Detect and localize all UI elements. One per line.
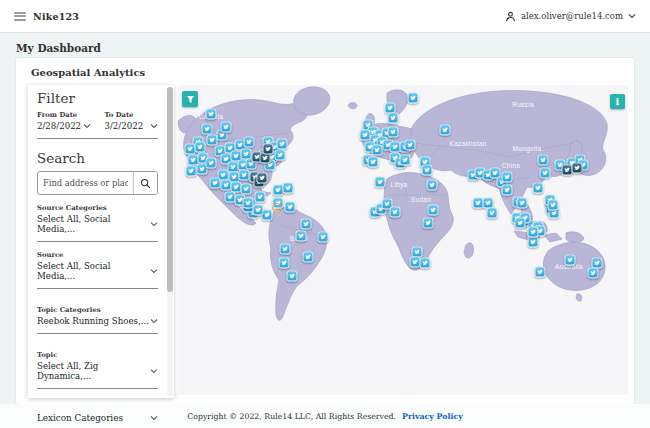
twitter-bird-icon — [537, 269, 544, 276]
source-categories-select[interactable]: Select All, Social Media,... — [37, 214, 158, 234]
tweet-cluster-marker[interactable] — [372, 145, 383, 156]
hamburger-menu-icon[interactable] — [14, 12, 26, 21]
topic-select[interactable]: Select All, Zig Dynamica,... — [37, 361, 158, 381]
search-button[interactable] — [133, 172, 157, 194]
tweet-cluster-marker[interactable] — [195, 142, 206, 153]
lexicon-categories-toggle[interactable]: Lexicon Categories — [37, 413, 158, 423]
tweet-cluster-marker[interactable] — [572, 163, 583, 174]
twitter-bird-icon — [245, 200, 252, 207]
tweet-cluster-marker[interactable] — [283, 183, 294, 194]
twitter-bird-icon — [504, 187, 511, 194]
map-info-button[interactable]: i — [610, 94, 625, 109]
brand-title[interactable]: Nike123 — [33, 11, 79, 22]
tweet-cluster-marker[interactable] — [390, 207, 401, 218]
tweet-cluster-marker[interactable] — [318, 232, 329, 243]
tweet-cluster-marker[interactable] — [241, 184, 252, 195]
tweet-cluster-marker[interactable] — [420, 258, 431, 269]
tweet-cluster-marker[interactable] — [533, 183, 544, 194]
source-select[interactable]: Select All, Social Media,... — [37, 261, 158, 281]
tweet-cluster-marker[interactable] — [207, 135, 218, 146]
from-date-select[interactable]: 2/28/2022 — [37, 121, 91, 131]
tweet-cluster-marker[interactable] — [285, 202, 296, 213]
map-filter-button[interactable] — [182, 91, 198, 107]
search-icon — [140, 178, 151, 189]
to-date-select[interactable]: 3/2/2022 — [105, 121, 159, 131]
user-menu[interactable]: alex.oliver@rule14.com — [505, 11, 636, 22]
twitter-bird-icon — [424, 167, 431, 174]
tweet-cluster-marker[interactable] — [538, 155, 549, 166]
divider — [37, 241, 158, 242]
tweet-cluster-marker[interactable] — [210, 178, 221, 189]
twitter-bird-icon — [430, 207, 437, 214]
to-date-value: 3/2/2022 — [105, 121, 144, 131]
tweet-cluster-marker[interactable] — [206, 158, 217, 169]
tweet-cluster-marker[interactable] — [565, 255, 576, 266]
tweet-cluster-marker[interactable] — [427, 180, 438, 191]
tweet-cluster-marker[interactable] — [368, 157, 379, 168]
tweet-cluster-marker[interactable] — [296, 231, 307, 242]
twitter-bird-icon — [219, 132, 226, 139]
twitter-bird-icon — [594, 260, 601, 267]
tweet-cluster-marker[interactable] — [257, 173, 268, 184]
widget-title: Geospatial Analytics — [31, 67, 145, 78]
privacy-policy-link[interactable]: Privacy Policy — [402, 412, 463, 421]
twitter-bird-icon — [212, 180, 219, 187]
topic-categories-select[interactable]: Reebok Running Shoes,... — [37, 316, 158, 326]
twitter-bird-icon — [208, 160, 215, 167]
tweet-cluster-marker[interactable] — [422, 165, 433, 176]
tweet-cluster-marker[interactable] — [540, 168, 551, 179]
tweet-cluster-marker[interactable] — [263, 144, 274, 155]
panel-scrollbar-thumb[interactable] — [167, 87, 173, 292]
tweet-cluster-marker[interactable] — [408, 93, 419, 104]
filter-panel: Filter From Date 2/28/2022 To Date 3/2/2… — [28, 85, 174, 398]
tweet-cluster-marker[interactable] — [405, 140, 416, 151]
tweet-cluster-marker[interactable] — [548, 200, 559, 211]
tweet-cluster-marker[interactable] — [301, 219, 312, 230]
tweet-cluster-marker[interactable] — [423, 218, 434, 229]
tweet-cluster-marker[interactable] — [277, 139, 288, 150]
twitter-bird-icon — [305, 254, 312, 261]
source-categories-value: Select All, Social Media,... — [37, 214, 150, 234]
tweet-cluster-marker[interactable] — [517, 198, 528, 209]
tweet-cluster-marker[interactable] — [428, 205, 439, 216]
tweet-cluster-marker[interactable] — [535, 267, 546, 278]
twitter-bird-icon — [362, 132, 369, 139]
tweet-cluster-marker[interactable] — [388, 113, 399, 124]
tweet-cluster-marker[interactable] — [253, 205, 264, 216]
tweet-cluster-marker[interactable] — [502, 172, 513, 183]
tweet-cluster-marker[interactable] — [400, 155, 411, 166]
twitter-bird-icon — [320, 234, 327, 241]
twitter-bird-icon — [492, 170, 499, 177]
tweet-cluster-marker[interactable] — [528, 237, 539, 248]
source-label: Source — [37, 251, 158, 259]
tweet-cluster-marker[interactable] — [221, 122, 232, 133]
tweet-cluster-marker[interactable] — [280, 244, 291, 255]
tweet-cluster-marker[interactable] — [375, 177, 386, 188]
tweet-cluster-marker[interactable] — [206, 109, 217, 120]
tweet-cluster-marker[interactable] — [244, 137, 255, 148]
selected-marker-highlight-ring — [272, 203, 282, 213]
tweet-cluster-marker[interactable] — [255, 192, 266, 203]
twitter-bird-icon — [204, 126, 211, 133]
twitter-bird-icon — [402, 157, 409, 164]
chevron-down-icon — [150, 123, 158, 129]
divider — [37, 333, 158, 334]
tweet-cluster-marker[interactable] — [275, 150, 286, 161]
tweet-cluster-marker[interactable] — [440, 125, 451, 136]
tweet-cluster-marker[interactable] — [502, 185, 513, 196]
tweet-cluster-marker[interactable] — [303, 252, 314, 263]
tweet-cluster-marker[interactable] — [515, 218, 526, 229]
tweet-cluster-marker[interactable] — [202, 124, 213, 135]
tweet-cluster-marker[interactable] — [487, 208, 498, 219]
twitter-bird-icon — [279, 141, 286, 148]
twitter-bird-icon — [425, 220, 432, 227]
tweet-cluster-marker[interactable] — [388, 127, 399, 138]
tweet-cluster-marker[interactable] — [528, 227, 539, 238]
twitter-bird-icon — [199, 166, 206, 173]
tweet-cluster-marker[interactable] — [287, 271, 298, 282]
geospatial-map[interactable]: CanadaRussiaKazakhstanMongoliaChinaIranL… — [178, 85, 628, 395]
search-input[interactable] — [38, 172, 133, 194]
tweet-cluster-marker[interactable] — [186, 166, 197, 177]
tweet-cluster-marker[interactable] — [279, 258, 290, 269]
tweet-cluster-marker[interactable] — [588, 268, 599, 279]
